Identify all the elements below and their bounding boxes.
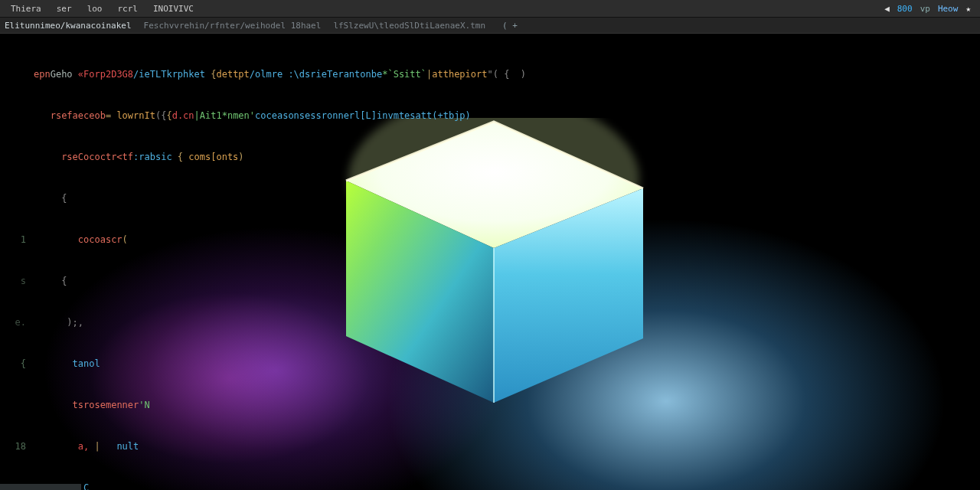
fps-unit: vp bbox=[920, 4, 930, 14]
nav-back-icon[interactable]: ◀ bbox=[884, 4, 890, 14]
menu-bar-left: Thiera ser loo rcrl INOIVIVC bbox=[5, 2, 200, 15]
menu-item-ser[interactable]: ser bbox=[51, 2, 78, 15]
fps-counter: 800 bbox=[897, 4, 913, 14]
menu-item-thiera[interactable]: Thiera bbox=[5, 2, 47, 15]
status-strip bbox=[0, 484, 81, 490]
tab-file-2[interactable]: lfSlzewU\tleodSlDtiLaenaeX.tmn bbox=[333, 21, 485, 31]
tab-add-icon[interactable]: ( + bbox=[502, 21, 518, 31]
ground-glow bbox=[0, 34, 980, 490]
menu-bar-right: ◀ 800 vp Heow ★ bbox=[884, 4, 975, 14]
menu-item-inoivivc[interactable]: INOIVIVC bbox=[147, 2, 200, 15]
tab-bar: Elitunnimeo/kwanacoinakel Feschvvrehin/r… bbox=[0, 18, 980, 34]
menu-bar: Thiera ser loo rcrl INOIVIVC ◀ 800 vp He… bbox=[0, 0, 980, 18]
menu-item-loo[interactable]: loo bbox=[81, 2, 109, 15]
help-button[interactable]: Heow bbox=[938, 4, 959, 14]
viewport-3d[interactable]: epnGeho «Forp2D3G8/ieTLTkrphket {dettpt/… bbox=[0, 34, 980, 490]
breadcrumb-path[interactable]: Elitunnimeo/kwanacoinakel bbox=[5, 21, 132, 31]
tab-file-1[interactable]: Feschvvrehin/rfnter/weihodel 18hael bbox=[144, 21, 322, 31]
menu-item-rcrl[interactable]: rcrl bbox=[112, 2, 145, 15]
star-icon[interactable]: ★ bbox=[965, 4, 971, 14]
